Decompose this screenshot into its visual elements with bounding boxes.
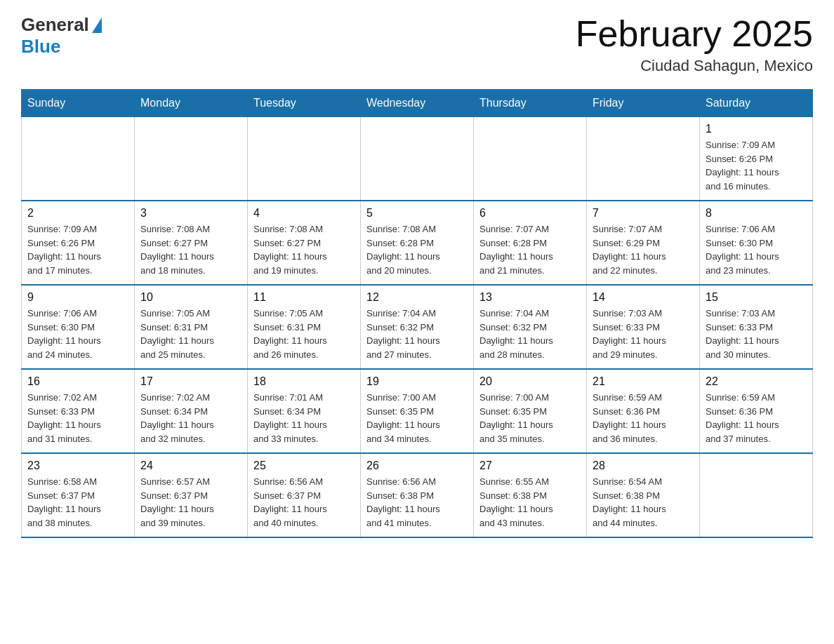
calendar-cell: 26Sunrise: 6:56 AM Sunset: 6:38 PM Dayli…: [361, 453, 474, 537]
day-number: 1: [706, 123, 807, 135]
day-info: Sunrise: 7:08 AM Sunset: 6:27 PM Dayligh…: [253, 222, 355, 277]
location-subtitle: Ciudad Sahagun, Mexico: [576, 57, 813, 75]
calendar-cell: 2Sunrise: 7:09 AM Sunset: 6:26 PM Daylig…: [22, 201, 135, 285]
calendar-cell: 17Sunrise: 7:02 AM Sunset: 6:34 PM Dayli…: [135, 369, 248, 453]
calendar-cell: 18Sunrise: 7:01 AM Sunset: 6:34 PM Dayli…: [248, 369, 361, 453]
day-info: Sunrise: 7:03 AM Sunset: 6:33 PM Dayligh…: [706, 307, 807, 361]
day-info: Sunrise: 7:06 AM Sunset: 6:30 PM Dayligh…: [27, 307, 128, 361]
day-info: Sunrise: 7:05 AM Sunset: 6:31 PM Dayligh…: [140, 307, 241, 361]
day-info: Sunrise: 7:04 AM Sunset: 6:32 PM Dayligh…: [366, 307, 468, 361]
day-info: Sunrise: 7:09 AM Sunset: 6:26 PM Dayligh…: [27, 222, 128, 277]
day-info: Sunrise: 7:08 AM Sunset: 6:27 PM Dayligh…: [140, 222, 241, 277]
day-number: 22: [706, 375, 807, 388]
day-header-monday: Monday: [135, 90, 248, 117]
day-info: Sunrise: 7:05 AM Sunset: 6:31 PM Dayligh…: [253, 307, 355, 361]
day-number: 20: [479, 375, 581, 388]
calendar-cell: 16Sunrise: 7:02 AM Sunset: 6:33 PM Dayli…: [22, 369, 135, 453]
day-info: Sunrise: 7:09 AM Sunset: 6:26 PM Dayligh…: [706, 138, 807, 193]
day-info: Sunrise: 6:55 AM Sunset: 6:38 PM Dayligh…: [479, 475, 581, 530]
calendar-header-row: SundayMondayTuesdayWednesdayThursdayFrid…: [22, 90, 813, 117]
day-number: 25: [253, 459, 355, 472]
day-number: 5: [366, 207, 468, 220]
calendar-cell: [700, 453, 813, 537]
day-info: Sunrise: 6:56 AM Sunset: 6:37 PM Dayligh…: [253, 475, 355, 530]
calendar-table: SundayMondayTuesdayWednesdayThursdayFrid…: [21, 89, 813, 538]
calendar-cell: 8Sunrise: 7:06 AM Sunset: 6:30 PM Daylig…: [700, 201, 813, 285]
calendar-cell: 27Sunrise: 6:55 AM Sunset: 6:38 PM Dayli…: [474, 453, 587, 537]
week-row-3: 9Sunrise: 7:06 AM Sunset: 6:30 PM Daylig…: [22, 285, 813, 369]
day-info: Sunrise: 7:07 AM Sunset: 6:29 PM Dayligh…: [593, 222, 694, 277]
calendar-cell: [361, 117, 474, 201]
calendar-cell: 23Sunrise: 6:58 AM Sunset: 6:37 PM Dayli…: [22, 453, 135, 537]
calendar-cell: 15Sunrise: 7:03 AM Sunset: 6:33 PM Dayli…: [700, 285, 813, 369]
day-number: 18: [253, 375, 355, 388]
day-info: Sunrise: 6:57 AM Sunset: 6:37 PM Dayligh…: [140, 475, 241, 530]
calendar-cell: [474, 117, 587, 201]
title-area: February 2025 Ciudad Sahagun, Mexico: [576, 14, 813, 75]
day-number: 26: [366, 459, 468, 472]
week-row-5: 23Sunrise: 6:58 AM Sunset: 6:37 PM Dayli…: [22, 453, 813, 537]
calendar-cell: [248, 117, 361, 201]
day-info: Sunrise: 6:59 AM Sunset: 6:36 PM Dayligh…: [706, 391, 807, 445]
calendar-cell: 21Sunrise: 6:59 AM Sunset: 6:36 PM Dayli…: [587, 369, 700, 453]
day-number: 14: [593, 291, 694, 304]
calendar-cell: [22, 117, 135, 201]
day-info: Sunrise: 6:56 AM Sunset: 6:38 PM Dayligh…: [366, 475, 468, 530]
calendar-cell: 3Sunrise: 7:08 AM Sunset: 6:27 PM Daylig…: [135, 201, 248, 285]
logo-blue-text: Blue: [21, 36, 60, 58]
day-header-saturday: Saturday: [700, 90, 813, 117]
day-number: 6: [479, 207, 581, 220]
calendar-cell: 20Sunrise: 7:00 AM Sunset: 6:35 PM Dayli…: [474, 369, 587, 453]
day-number: 12: [366, 291, 468, 304]
day-info: Sunrise: 7:07 AM Sunset: 6:28 PM Dayligh…: [479, 222, 581, 277]
day-header-friday: Friday: [587, 90, 700, 117]
day-number: 3: [140, 207, 241, 220]
week-row-4: 16Sunrise: 7:02 AM Sunset: 6:33 PM Dayli…: [22, 369, 813, 453]
day-info: Sunrise: 7:06 AM Sunset: 6:30 PM Dayligh…: [706, 222, 807, 277]
day-info: Sunrise: 6:59 AM Sunset: 6:36 PM Dayligh…: [593, 391, 694, 445]
page-header: General Blue February 2025 Ciudad Sahagu…: [21, 14, 813, 75]
calendar-cell: 4Sunrise: 7:08 AM Sunset: 6:27 PM Daylig…: [248, 201, 361, 285]
day-info: Sunrise: 7:08 AM Sunset: 6:28 PM Dayligh…: [366, 222, 468, 277]
day-number: 7: [593, 207, 694, 220]
day-info: Sunrise: 7:03 AM Sunset: 6:33 PM Dayligh…: [593, 307, 694, 361]
day-number: 23: [27, 459, 128, 472]
day-number: 9: [27, 291, 128, 304]
logo: General Blue: [21, 14, 102, 58]
day-info: Sunrise: 6:58 AM Sunset: 6:37 PM Dayligh…: [27, 475, 128, 530]
day-number: 2: [27, 207, 128, 220]
day-header-wednesday: Wednesday: [361, 90, 474, 117]
day-number: 21: [593, 375, 694, 388]
calendar-cell: 14Sunrise: 7:03 AM Sunset: 6:33 PM Dayli…: [587, 285, 700, 369]
day-header-thursday: Thursday: [474, 90, 587, 117]
week-row-2: 2Sunrise: 7:09 AM Sunset: 6:26 PM Daylig…: [22, 201, 813, 285]
calendar-cell: 10Sunrise: 7:05 AM Sunset: 6:31 PM Dayli…: [135, 285, 248, 369]
day-number: 8: [706, 207, 807, 220]
day-number: 16: [27, 375, 128, 388]
day-number: 24: [140, 459, 241, 472]
day-header-sunday: Sunday: [22, 90, 135, 117]
logo-triangle-icon: [92, 18, 102, 33]
day-info: Sunrise: 7:00 AM Sunset: 6:35 PM Dayligh…: [366, 391, 468, 445]
calendar-cell: 12Sunrise: 7:04 AM Sunset: 6:32 PM Dayli…: [361, 285, 474, 369]
day-info: Sunrise: 7:04 AM Sunset: 6:32 PM Dayligh…: [479, 307, 581, 361]
calendar-cell: 24Sunrise: 6:57 AM Sunset: 6:37 PM Dayli…: [135, 453, 248, 537]
calendar-cell: 19Sunrise: 7:00 AM Sunset: 6:35 PM Dayli…: [361, 369, 474, 453]
day-number: 13: [479, 291, 581, 304]
calendar-cell: 22Sunrise: 6:59 AM Sunset: 6:36 PM Dayli…: [700, 369, 813, 453]
month-title: February 2025: [576, 14, 813, 54]
day-info: Sunrise: 6:54 AM Sunset: 6:38 PM Dayligh…: [593, 475, 694, 530]
day-info: Sunrise: 7:00 AM Sunset: 6:35 PM Dayligh…: [479, 391, 581, 445]
calendar-cell: 11Sunrise: 7:05 AM Sunset: 6:31 PM Dayli…: [248, 285, 361, 369]
calendar-cell: 13Sunrise: 7:04 AM Sunset: 6:32 PM Dayli…: [474, 285, 587, 369]
logo-general-text: General: [21, 14, 89, 36]
day-header-tuesday: Tuesday: [248, 90, 361, 117]
day-number: 17: [140, 375, 241, 388]
calendar-cell: 25Sunrise: 6:56 AM Sunset: 6:37 PM Dayli…: [248, 453, 361, 537]
calendar-cell: [135, 117, 248, 201]
day-info: Sunrise: 7:02 AM Sunset: 6:33 PM Dayligh…: [27, 391, 128, 445]
calendar-cell: 28Sunrise: 6:54 AM Sunset: 6:38 PM Dayli…: [587, 453, 700, 537]
day-info: Sunrise: 7:02 AM Sunset: 6:34 PM Dayligh…: [140, 391, 241, 445]
day-info: Sunrise: 7:01 AM Sunset: 6:34 PM Dayligh…: [253, 391, 355, 445]
day-number: 19: [366, 375, 468, 388]
